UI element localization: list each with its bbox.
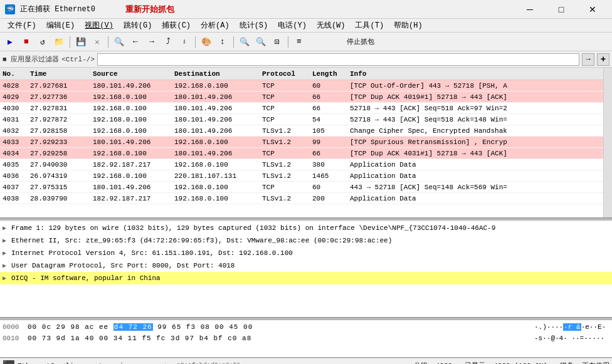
packet-list-header: No. Time Source Destination Protocol Len… — [0, 68, 612, 80]
table-row[interactable]: 4029 27.927736 192.168.0.100 180.101.49.… — [0, 91, 612, 103]
menu-help[interactable]: 帮助(H) — [389, 19, 428, 32]
menu-analyze[interactable]: 分析(A) — [196, 19, 235, 32]
table-row[interactable]: 4033 27.929233 180.101.49.206 192.168.0.… — [0, 137, 612, 148]
forward-button[interactable]: → — [144, 35, 159, 49]
scroll-end-button[interactable]: ⬇ — [177, 35, 192, 49]
table-row[interactable]: 4035 27.949030 182.92.187.217 192.168.0.… — [0, 159, 612, 170]
maximize-button[interactable]: □ — [547, 0, 576, 19]
detail-text-frame: Frame 1: 129 bytes on wire (1032 bits), … — [11, 224, 495, 232]
toolbar-separator-1 — [70, 36, 70, 48]
hex-addr-1: 0000 — [3, 323, 28, 331]
menu-telephony[interactable]: 电话(Y) — [273, 19, 312, 32]
expand-arrow-4: ▶ — [3, 262, 11, 269]
app-icon: 🦈 — [5, 4, 15, 14]
header-length: Length — [312, 70, 350, 78]
toolbar: ▶ ■ ↺ 📁 💾 ✕ 🔍 ← → ⤴ ⬇ 🎨 ↕ 🔍 🔍 ⊡ ≡ 停止抓包 — [0, 33, 612, 51]
detail-text-ethernet: Ethernet II, Src: zte_99:65:f3 (d4:72:26… — [11, 237, 392, 244]
packet-detail: ▶ Frame 1: 129 bytes on wire (1032 bits)… — [0, 221, 612, 318]
status-bar: ⬛ Ethernet0: <live capture in progress> … — [0, 358, 612, 364]
detail-row-udp[interactable]: ▶ User Datagram Protocol, Src Port: 8000… — [0, 259, 612, 272]
stop-label: 停止抓包 — [347, 38, 374, 46]
menu-tools[interactable]: 工具(T) — [350, 19, 389, 32]
hex-bytes-1: 00 0c 29 98 ac ee d4 72 26 99 65 f3 08 0… — [28, 323, 534, 331]
header-source: Source — [93, 70, 174, 78]
packet-list-scrollbar[interactable] — [603, 68, 612, 217]
expand-arrow-1: ▶ — [3, 224, 11, 232]
status-stats: 分组: 4038 · 已显示: 4038 (100.0%) · 磁盘: 正在使用 — [414, 361, 609, 364]
header-destination: Destination — [174, 70, 262, 78]
toolbar-separator-2 — [108, 36, 108, 48]
header-info: Info — [350, 70, 612, 78]
filter-add-button[interactable]: + — [597, 53, 609, 66]
colorize-button[interactable]: 🎨 — [199, 35, 214, 49]
window-title: 正在捕获 Ethernet0 — [20, 4, 95, 14]
menu-bar: 文件(F) 编辑(E) 视图(V) 跳转(G) 捕获(C) 分析(A) 统计(S… — [0, 19, 612, 33]
hex-bytes-2: 00 73 9d 1a 40 00 34 11 f5 fc 3d 97 b4 b… — [28, 335, 534, 342]
filter-prev-button[interactable]: → — [582, 53, 594, 66]
detail-row-frame[interactable]: ▶ Frame 1: 129 bytes on wire (1032 bits)… — [0, 222, 612, 234]
go-to-button[interactable]: ⤴ — [161, 35, 176, 49]
stop-capture-button[interactable]: ■ — [19, 35, 34, 49]
detail-text-oicq: OICQ - IM software, popular in China — [11, 274, 161, 282]
header-protocol: Protocol — [262, 70, 312, 78]
filter-bar: ■ 应用显示过滤器 <Ctrl-/> → + — [0, 51, 612, 68]
detail-text-udp: User Datagram Protocol, Src Port: 8000, … — [11, 262, 235, 269]
expand-arrow-2: ▶ — [3, 237, 11, 244]
toolbar-separator-4 — [233, 36, 234, 48]
more-button[interactable]: ≡ — [292, 35, 307, 49]
zoom-in-button[interactable]: 🔍 — [237, 35, 252, 49]
table-row[interactable]: 4028 27.927681 180.101.49.206 192.168.0.… — [0, 80, 612, 91]
back-button[interactable]: ← — [128, 35, 143, 49]
toolbar-separator-3 — [195, 36, 196, 48]
open-file-button[interactable]: 📁 — [51, 35, 66, 49]
close-button[interactable]: ✕ — [578, 0, 607, 19]
filter-input[interactable] — [97, 53, 579, 66]
table-row[interactable]: 4036 26.974319 192.168.0.100 220.181.107… — [0, 170, 612, 182]
menu-file[interactable]: 文件(F) — [3, 19, 41, 32]
toolbar-separator-5 — [288, 36, 288, 48]
expand-arrow-3: ▶ — [3, 249, 11, 257]
hex-selected-1: d4 72 26 — [113, 323, 153, 331]
filter-shortcut: <Ctrl-/> — [61, 56, 95, 63]
hex-dump: 0000 00 0c 29 98 ac ee d4 72 26 99 65 f3… — [0, 320, 612, 358]
status-interface: ⬛ Ethernet0: <live capture in progress> — [3, 360, 169, 365]
hex-row-2: 0010 00 73 9d 1a 40 00 34 11 f5 fc 3d 97… — [0, 333, 612, 344]
hex-row-1: 0000 00 0c 29 98 ac ee d4 72 26 99 65 f3… — [0, 321, 612, 333]
menu-capture[interactable]: 捕获(C) — [157, 19, 196, 32]
table-row[interactable]: 4032 27.928158 192.168.0.100 180.101.49.… — [0, 125, 612, 137]
status-stats-text: 分组: 4038 · 已显示: 4038 (100.0%) · 磁盘: 正在使用 — [414, 361, 609, 364]
detail-row-ip[interactable]: ▶ Internet Protocol Version 4, Src: 61.1… — [0, 247, 612, 259]
close-capture-button[interactable]: ✕ — [90, 35, 105, 49]
hex-ascii-2: -s··@·4· ··=····· — [534, 335, 609, 342]
autoscroll-button[interactable]: ↕ — [215, 35, 230, 49]
packet-list: No. Time Source Destination Protocol Len… — [0, 68, 612, 218]
menu-view[interactable]: 视图(V) — [80, 19, 119, 32]
restart-capture-button[interactable]: ↺ — [35, 35, 50, 49]
header-no: No. — [0, 70, 30, 78]
start-capture-button[interactable]: ▶ — [3, 35, 18, 49]
detail-row-oicq[interactable]: ▶ OICQ - IM software, popular in China — [0, 272, 612, 284]
zoom-out-button[interactable]: 🔍 — [253, 35, 268, 49]
menu-go[interactable]: 跳转(G) — [119, 19, 157, 32]
table-row[interactable]: 4034 27.929258 192.168.0.100 180.101.49.… — [0, 148, 612, 159]
table-row[interactable]: 4030 27.927831 192.168.0.100 180.101.49.… — [0, 103, 612, 114]
table-row[interactable]: 4037 27.975315 180.101.49.206 192.168.0.… — [0, 182, 612, 193]
normal-size-button[interactable]: ⊡ — [270, 35, 285, 49]
restart-label: 重新开始抓包 — [125, 4, 174, 15]
menu-wireless[interactable]: 无线(W) — [312, 19, 351, 32]
hex-addr-2: 0010 — [3, 335, 28, 342]
detail-row-ethernet[interactable]: ▶ Ethernet II, Src: zte_99:65:f3 (d4:72:… — [0, 234, 612, 247]
expand-arrow-5: ▶ — [3, 274, 11, 282]
save-button[interactable]: 💾 — [73, 35, 88, 49]
menu-edit[interactable]: 编辑(E) — [41, 19, 80, 32]
find-button[interactable]: 🔍 — [112, 35, 127, 49]
hex-ascii-1: ·.)·····r &·e··E· — [534, 323, 609, 331]
table-row[interactable]: 4038 28.039790 182.92.187.217 192.168.0.… — [0, 193, 612, 204]
status-interface-name: Ethernet0: — [18, 362, 59, 365]
table-row[interactable]: 4031 27.927872 192.168.0.100 180.101.49.… — [0, 114, 612, 125]
ethernet-icon: ⬛ — [3, 360, 15, 365]
title-bar: 🦈 正在捕获 Ethernet0 重新开始抓包 ─ □ ✕ — [0, 0, 612, 19]
minimize-button[interactable]: ─ — [515, 0, 544, 19]
menu-statistics[interactable]: 统计(S) — [235, 19, 273, 32]
header-time: Time — [30, 70, 93, 78]
